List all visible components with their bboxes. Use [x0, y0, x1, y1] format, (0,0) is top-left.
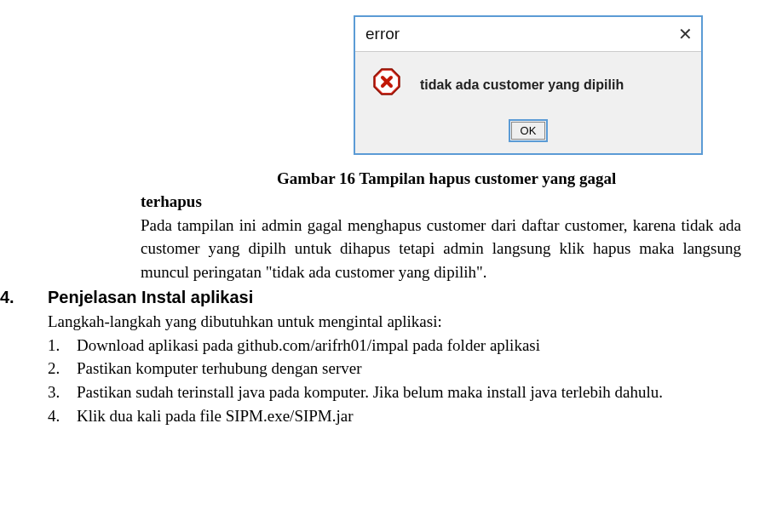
figure-caption-line2: terhapus	[0, 190, 758, 214]
section4-title: Penjelasan Instal aplikasi	[48, 285, 253, 310]
list-item: 1. Download aplikasi pada github.com/ari…	[48, 334, 758, 358]
dialog-message-row: tidak ada customer yang dipilih	[367, 67, 689, 103]
section4-intro: Langkah-langkah yang dibutuhkan untuk me…	[48, 310, 758, 334]
step-text: Download aplikasi pada github.com/arifrh…	[77, 334, 758, 358]
step-number: 1.	[48, 334, 77, 358]
step-text: Klik dua kali pada file SIPM.exe/SIPM.ja…	[77, 404, 758, 428]
figure-caption-line1: Gambar 16 Tampilan hapus customer yang g…	[0, 167, 758, 191]
close-icon[interactable]: ✕	[678, 26, 693, 43]
dialog-title: error	[365, 22, 400, 46]
dialog-message: tidak ada customer yang dipilih	[420, 75, 624, 94]
step-number: 4.	[48, 404, 77, 428]
list-item: 3. Pastikan sudah terinstall java pada k…	[48, 380, 758, 404]
section4-heading: 4. Penjelasan Instal aplikasi	[0, 285, 758, 310]
dialog-titlebar: error ✕	[355, 17, 701, 52]
ok-button[interactable]: OK	[511, 122, 546, 140]
error-icon	[372, 67, 401, 103]
error-dialog-figure: error ✕ tidak ada customer yang dipilih	[354, 15, 703, 155]
step-text: Pastikan sudah terinstall java pada komp…	[77, 380, 758, 404]
install-steps-list: 1. Download aplikasi pada github.com/ari…	[48, 334, 758, 427]
list-item: 4. Klik dua kali pada file SIPM.exe/SIPM…	[48, 404, 758, 428]
dialog-button-row: OK	[355, 107, 701, 153]
error-dialog: error ✕ tidak ada customer yang dipilih	[354, 15, 703, 155]
section4-body: Langkah-langkah yang dibutuhkan untuk me…	[0, 310, 758, 427]
figure-description: Pada tampilan ini admin gagal menghapus …	[0, 214, 758, 284]
step-text: Pastikan komputer terhubung dengan serve…	[77, 357, 758, 380]
section4-number: 4.	[0, 285, 48, 310]
figure-caption: Gambar 16 Tampilan hapus customer yang g…	[0, 167, 758, 214]
dialog-body: tidak ada customer yang dipilih	[355, 52, 701, 108]
list-item: 2. Pastikan komputer terhubung dengan se…	[48, 357, 758, 380]
step-number: 3.	[48, 380, 77, 404]
step-number: 2.	[48, 357, 77, 380]
